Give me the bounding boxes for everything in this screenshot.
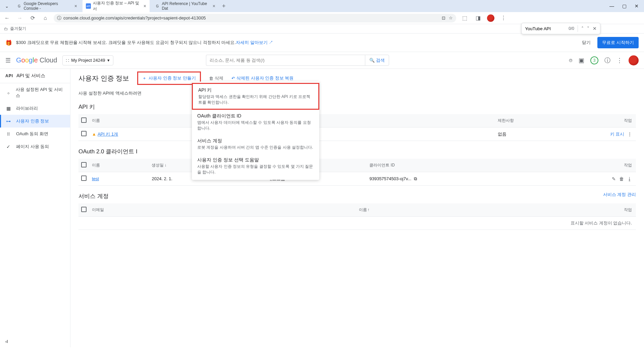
promo-learn-more-link[interactable]: 자세히 알아보기 ↗ [236,40,273,46]
back-icon[interactable]: ← [3,14,11,22]
section-title-service-accounts: 서비스 계정 [78,192,109,200]
close-window-icon[interactable]: ✕ [635,3,639,9]
plus-icon: ＋ [142,75,147,81]
browser-nav-bar: ← → ⟳ ⌂ ⓘ console.cloud.google.com/apis/… [0,12,644,24]
separator [578,25,578,32]
translate-icon[interactable]: ⊡ [442,15,445,20]
library-icon: ▦ [5,106,11,111]
find-prev-icon[interactable]: ˄ [581,26,584,31]
col-email[interactable]: 이메일 [89,203,356,217]
sidebar-item-credentials[interactable]: ⊶ 사용자 인증 정보 [0,115,70,128]
tab-list-dropdown[interactable]: ⌄ [3,2,11,10]
col-restrictions[interactable]: 제한사항 [495,114,596,128]
api-key-link[interactable]: API 키 1개 [98,132,118,137]
browser-tab-active[interactable]: API 사용자 인증 정보 – API 및 서 × [83,0,150,14]
dropdown-item-service-account[interactable]: 서비스 계정 로봇 계정을 사용하여 서버 간의 앱 수준 인증을 사용 설정합… [192,135,319,154]
nav-menu-icon[interactable]: ☰ [5,57,11,64]
content-area: 사용자 인증 정보 ＋ 사용자 인증 정보 만들기 🗑 삭제 ↶ 삭제된 사용자… [70,69,644,347]
notifications-icon[interactable]: ▣ [579,57,584,64]
google-cloud-logo[interactable]: Google Cloud [16,56,57,64]
find-in-page-bar: 0/0 ˄ ˅ ✕ [521,23,600,34]
help-icon[interactable]: ⓘ [604,56,610,64]
window-controls: — ▢ ✕ [609,3,641,9]
api-favicon: API [86,3,91,9]
oauth-client-link[interactable]: test [92,176,99,181]
checkbox-all[interactable] [81,162,87,167]
manage-service-accounts-link[interactable]: 서비스 계정 관리 [603,192,636,198]
create-credentials-dropdown: API 키 할당량과 액세스 권한을 확인하기 위해 간단한 API 키로 프로… [192,82,319,180]
bookmark-folder[interactable]: 즐겨찾기 [10,26,26,32]
restore-button[interactable]: ↶ 삭제된 사용자 인증 정보 복원 [231,75,293,81]
delete-button[interactable]: 🗑 삭제 [209,75,223,81]
dropdown-item-help-choose[interactable]: 사용자 인증 정보 선택 도움말 사용할 사용자 인증 정보의 유형을 결정할 … [192,154,319,179]
sidebar-item-library[interactable]: ▦ 라이브러리 [0,102,70,115]
empty-row: 표시할 서비스 계정이 없습니다. [78,217,636,230]
close-icon[interactable]: × [74,3,77,9]
col-name[interactable]: 이름 [89,159,149,172]
minimize-icon[interactable]: — [609,3,614,9]
col-name[interactable]: 이름↑ [356,203,602,217]
cloud-shell-icon[interactable]: ⌾ [569,57,573,64]
download-icon[interactable]: ⭳ [627,176,632,182]
subtext: 사용 설정한 API에 액세스하려면 [78,90,636,96]
copy-icon[interactable]: ⧉ [414,176,417,181]
section-title-api-keys: API 키 [78,103,636,111]
find-close-icon[interactable]: ✕ [593,26,597,31]
extensions-icon[interactable]: ⬚ [460,14,469,22]
search-button[interactable]: 🔍 검색 [365,55,389,66]
service-accounts-table: 이메일 이름↑ 작업 표시할 서비스 계정이 없습니다. [78,203,636,230]
account-avatar[interactable] [629,55,639,65]
maximize-icon[interactable]: ▢ [622,3,627,9]
sidebar-item-enabled-apis[interactable]: ⬦ 사용 설정된 API 및 서비스 [0,83,70,102]
side-panel-icon[interactable]: ◨ [474,14,482,22]
browser-menu-icon[interactable]: ⋮ [499,14,508,22]
reload-icon[interactable]: ⟳ [28,14,37,22]
checkbox-all[interactable] [81,117,87,123]
new-tab-button[interactable]: + [222,3,226,10]
project-icon: ⸬ [66,58,69,63]
sidebar-item-label: 사용 설정된 API 및 서비스 [16,87,65,99]
promo-dismiss-button[interactable]: 닫기 [579,38,593,48]
sidebar-item-page-usage[interactable]: ✓ 페이지 사용 동의 [0,140,70,153]
create-credentials-button[interactable]: ＋ 사용자 인증 정보 만들기 [139,73,199,83]
find-input[interactable] [525,26,565,31]
edit-icon[interactable]: ✎ [612,176,616,182]
delete-icon[interactable]: 🗑 [619,176,624,182]
oauth-clients-table: 이름 생성일↓ 유형 클라이언트 ID 작업 test 2024. 2. 1. … [78,159,636,186]
project-name: My Project 24249 [71,58,105,63]
search-icon: 🔍 [369,58,375,63]
forward-icon[interactable]: → [15,14,24,22]
search-input[interactable] [206,55,365,66]
checkbox[interactable] [81,131,87,136]
sidebar-item-oauth-consent[interactable]: ⁞⁞ OAuth 동의 화면 [0,128,70,140]
trash-icon: 🗑 [209,76,213,81]
sidebar-item-label: OAuth 동의 화면 [16,131,48,137]
project-picker[interactable]: ⸬ My Project 24249 ▾ [62,55,113,65]
more-icon[interactable]: ⋮ [628,132,632,137]
trial-badge[interactable]: 3 [590,56,598,64]
site-info-icon[interactable]: ⓘ [57,15,61,21]
browser-tab[interactable]: G API Reference | YouTube Dat × [152,0,219,13]
dropdown-item-api-key[interactable]: API 키 할당량과 액세스 권한을 확인하기 위해 간단한 API 키로 프로… [192,83,319,110]
show-key-link[interactable]: 키 표시 [610,132,625,137]
find-next-icon[interactable]: ˅ [587,26,589,31]
checkbox-all[interactable] [81,207,87,212]
browser-tab[interactable]: G Google Developers Console - × [13,0,80,13]
more-icon[interactable]: ⋮ [616,57,623,64]
checkbox[interactable] [81,176,87,181]
promo-start-free-button[interactable]: 무료로 시작하기 [597,37,639,48]
browser-tab-strip: ⌄ G Google Developers Console - × API 사용… [0,0,644,12]
close-icon[interactable]: × [144,3,146,9]
sort-up-icon: ↑ [368,207,370,212]
close-icon[interactable]: × [213,3,215,9]
home-icon[interactable]: ⌂ [41,14,50,22]
address-bar[interactable]: ⓘ console.cloud.google.com/apis/credenti… [54,14,456,22]
bookmark-star-icon[interactable]: ☆ [449,15,453,20]
col-client-id[interactable]: 클라이언트 ID [367,159,602,172]
profile-avatar[interactable] [487,14,494,22]
sidebar-collapse-button[interactable]: ‹I [0,336,70,347]
gift-icon: 🎁 [5,40,12,46]
dashboard-icon: ⬦ [5,90,11,95]
dropdown-item-oauth-client[interactable]: OAuth 클라이언트 ID 앱에서 사용자 데이터에 액세스할 수 있도록 사… [192,110,319,135]
tab-title: Google Developers Console - [23,1,71,11]
